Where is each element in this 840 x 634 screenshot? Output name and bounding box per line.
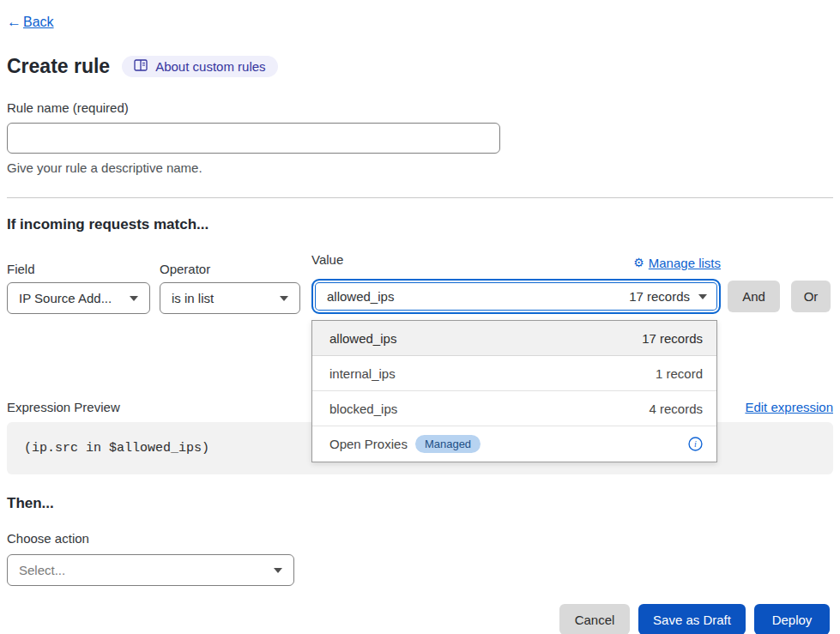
list-item-name: Open Proxies: [329, 437, 408, 451]
back-link[interactable]: ←Back: [7, 14, 54, 31]
list-item-name: allowed_ips: [329, 331, 396, 346]
cancel-button[interactable]: Cancel: [559, 604, 630, 634]
rule-name-label: Rule name (required): [7, 100, 833, 115]
choose-action-label: Choose action: [7, 531, 833, 546]
list-item-meta: 4 records: [649, 402, 703, 416]
expression-preview-label: Expression Preview: [7, 400, 120, 414]
field-select[interactable]: IP Source Add...: [7, 282, 150, 314]
deploy-button[interactable]: Deploy: [754, 604, 830, 634]
value-column: Value ⚙Manage lists allowed_ips 17 recor…: [311, 252, 721, 314]
manage-lists-link[interactable]: ⚙Manage lists: [633, 256, 721, 270]
operator-select-value: is in list: [172, 291, 214, 305]
operator-label: Operator: [160, 262, 300, 276]
then-heading: Then...: [7, 495, 833, 512]
list-item-name: blocked_ips: [329, 402, 397, 416]
value-select[interactable]: allowed_ips 17 records: [311, 279, 721, 314]
save-as-draft-button[interactable]: Save as Draft: [638, 604, 746, 634]
operator-select[interactable]: is in list: [160, 282, 300, 314]
manage-lists-label: Manage lists: [649, 256, 721, 270]
page-title: Create rule: [7, 55, 110, 78]
info-icon[interactable]: i: [688, 437, 703, 451]
book-icon: [134, 59, 148, 74]
action-select[interactable]: Select...: [7, 554, 294, 586]
title-row: Create rule About custom rules: [7, 55, 833, 78]
value-select-meta-group: 17 records: [629, 289, 707, 304]
list-item[interactable]: Open Proxies Managed i: [312, 426, 716, 462]
list-item[interactable]: internal_ips 1 record: [312, 356, 716, 391]
chevron-down-icon: [130, 296, 138, 301]
field-label: Field: [7, 262, 150, 276]
create-rule-page: ←Back Create rule About custom rules Rul…: [0, 0, 840, 634]
managed-badge: Managed: [415, 435, 480, 453]
field-column: Field IP Source Add...: [7, 262, 150, 314]
or-button[interactable]: Or: [791, 281, 831, 312]
match-condition-row: Field IP Source Add... Operator is in li…: [7, 252, 833, 314]
back-row: ←Back: [7, 14, 833, 31]
list-item[interactable]: blocked_ips 4 records: [312, 391, 716, 426]
ip-list-dropdown: allowed_ips 17 records internal_ips 1 re…: [311, 320, 717, 462]
list-item-name: internal_ips: [329, 366, 396, 381]
action-select-placeholder: Select...: [19, 563, 65, 577]
svg-text:i: i: [694, 439, 697, 449]
field-select-value: IP Source Add...: [19, 291, 112, 305]
and-button[interactable]: And: [728, 281, 780, 312]
chevron-down-icon: [274, 568, 282, 573]
chevron-down-icon: [698, 294, 707, 299]
about-custom-rules-badge[interactable]: About custom rules: [122, 56, 277, 77]
chevron-down-icon: [280, 296, 288, 301]
footer-actions: Cancel Save as Draft Deploy: [7, 604, 833, 634]
value-select-meta: 17 records: [629, 289, 690, 304]
list-item-meta: 1 record: [656, 366, 703, 381]
edit-expression-link[interactable]: Edit expression: [745, 400, 833, 414]
value-label-row: Value ⚙Manage lists: [311, 252, 721, 273]
rule-name-input[interactable]: [7, 123, 500, 154]
list-item-meta: 17 records: [642, 331, 703, 346]
operator-column: Operator is in list: [160, 262, 300, 314]
list-item[interactable]: allowed_ips 17 records: [312, 321, 716, 356]
value-label: Value: [311, 252, 343, 267]
back-arrow-icon: ←: [7, 14, 21, 31]
rule-name-helper: Give your rule a descriptive name.: [7, 160, 833, 175]
back-label: Back: [23, 15, 54, 30]
section-divider: [7, 197, 833, 198]
value-select-selected: allowed_ips: [327, 289, 394, 304]
match-heading: If incoming requests match...: [7, 216, 833, 233]
about-custom-rules-label: About custom rules: [155, 59, 265, 74]
gear-icon: ⚙: [633, 256, 644, 269]
